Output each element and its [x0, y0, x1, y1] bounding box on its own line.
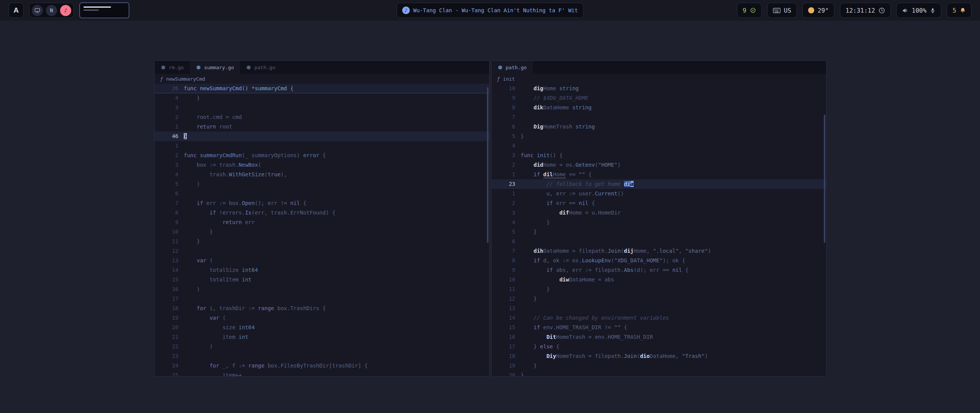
line-text: DigHomeTrash string [515, 122, 595, 132]
code-line[interactable]: 17 [155, 294, 489, 304]
code-line[interactable]: 8 if d, ok := os.LookupEnv("XDG_DATA_HOM… [492, 256, 826, 265]
workspace-3-active[interactable]: ♪ [60, 5, 71, 16]
breadcrumb-symbol: init [503, 76, 515, 82]
code-line[interactable]: 8 dikDataHome string [492, 103, 826, 112]
sun-icon [808, 7, 814, 13]
line-number: 20 [155, 323, 178, 332]
clock-chip[interactable]: 12:31:12 [840, 3, 891, 18]
code-line[interactable]: 21 item int [155, 332, 489, 342]
weather-chip[interactable]: 29° [802, 3, 835, 18]
launcher-button[interactable]: A [8, 3, 24, 18]
code-line[interactable]: 13 [492, 304, 826, 313]
line-number: 9 [155, 218, 178, 227]
code-line[interactable]: 23 [155, 351, 489, 361]
code-line[interactable]: 8 if !errors.Is(err, trash.ErrNotFound) … [155, 208, 489, 218]
code-line[interactable]: 2 if err == nil { [492, 198, 826, 208]
tab-rm.go[interactable]: rm.go [155, 61, 190, 74]
scrollbar-left[interactable] [487, 87, 488, 243]
line-number: 10 [155, 227, 178, 237]
code-line[interactable]: 22 ) [155, 342, 489, 351]
code-line[interactable]: 4 [492, 141, 826, 151]
tab-path.go[interactable]: path.go [240, 61, 281, 74]
code-line[interactable]: 13 var ( [155, 256, 489, 265]
code-line[interactable]: 17 } else { [492, 342, 826, 351]
code-line[interactable]: 23 // fallback to get home dia [492, 179, 826, 189]
code-line[interactable]: 9 return err [155, 218, 489, 227]
code-line[interactable]: 6 [492, 237, 826, 246]
line-number: 1 [155, 141, 178, 151]
code-line[interactable]: 18 for i, trashDir := range box.TrashDir… [155, 304, 489, 313]
code-line[interactable]: 46} [155, 132, 489, 141]
updates-indicator[interactable]: 9 [737, 3, 762, 18]
code-line[interactable]: 10 diwDataHome = abs [492, 275, 826, 285]
volume-chip[interactable]: 100% [896, 3, 942, 18]
code-line[interactable]: 1 u, err := user.Current() [492, 189, 826, 198]
notifications-chip[interactable]: 5 [947, 3, 972, 18]
code-line[interactable]: 6 [155, 189, 489, 198]
code-line[interactable]: 10 digHome string [492, 84, 826, 93]
code-line[interactable]: 14 totalSize int64 [155, 265, 489, 275]
code-line[interactable]: 2func summaryCmdRun(_ summaryOptions) er… [155, 151, 489, 160]
code-line[interactable]: 5 ) [155, 179, 489, 189]
code-line[interactable]: 19 var ( [155, 313, 489, 323]
line-text: digHome string [515, 84, 579, 93]
context-line[interactable]: 26func newSummaryCmd() *summaryCmd { [155, 84, 489, 93]
code-line[interactable]: 20 size int64 [155, 323, 489, 332]
code-area-right[interactable]: 10 digHome string9 // $XDG_DATA_HOME8 di… [492, 84, 826, 376]
code-line[interactable]: 4 trash.WithGetSize(true), [155, 170, 489, 179]
code-line[interactable]: 15 totalItem int [155, 275, 489, 285]
scrollbar-right[interactable] [824, 115, 825, 243]
code-line[interactable]: 5} [492, 132, 826, 141]
code-line[interactable]: 3func init() { [492, 151, 826, 160]
code-line[interactable]: 1 if dilHome == "" { [492, 170, 826, 179]
code-line[interactable]: 7 [492, 112, 826, 122]
code-line[interactable]: 10 } [155, 227, 489, 237]
code-line[interactable]: 1 return root [155, 122, 489, 132]
code-area-left[interactable]: 26func newSummaryCmd() *summaryCmd {4 }3… [155, 84, 489, 376]
line-text: // $XDG_DATA_HOME [515, 93, 588, 103]
line-text: } else { [515, 342, 559, 351]
tab-summary.go[interactable]: summary.go [190, 61, 240, 74]
window-preview[interactable] [79, 2, 129, 18]
workspace-2[interactable]: N [46, 5, 57, 16]
code-line[interactable]: 14 // Can be changed by environment vari… [492, 313, 826, 323]
code-line[interactable]: 2 didHome = os.Getenv("HOME") [492, 160, 826, 170]
code-line[interactable]: 16 DitHomeTrash = env.HOME_TRASH_DIR [492, 332, 826, 342]
code-line[interactable]: 12 } [492, 294, 826, 304]
code-line[interactable]: 2 root.cmd = cmd [155, 112, 489, 122]
code-line[interactable]: 18 DiyHomeTrash = filepath.Join(dioDataH… [492, 351, 826, 361]
code-line[interactable]: 15 if env.HOME_TRASH_DIR != "" { [492, 323, 826, 332]
code-line[interactable]: 4 } [155, 93, 489, 103]
code-line[interactable]: 4 } [492, 218, 826, 227]
code-line[interactable]: 24 for _, f := range box.FilesByTrashDir… [155, 361, 489, 371]
code-line[interactable]: 20} [492, 371, 826, 376]
keyboard-layout-chip[interactable]: US [767, 3, 797, 18]
workspace-1[interactable] [32, 5, 43, 16]
line-text: DitHomeTrash = env.HOME_TRASH_DIR [515, 332, 653, 342]
code-line[interactable]: 3 [155, 103, 489, 112]
code-line[interactable]: 11 } [492, 285, 826, 294]
code-line[interactable]: 3 box := trash.NewBox( [155, 160, 489, 170]
code-line[interactable]: 19 } [492, 361, 826, 371]
code-line[interactable]: 25 item++ [155, 371, 489, 376]
code-line[interactable]: 9 // $XDG_DATA_HOME [492, 93, 826, 103]
editor-pane-left: rm.gosummary.gopath.go ƒ newSummaryCmd 2… [154, 60, 490, 377]
line-text: trash.WithGetSize(true), [178, 170, 287, 179]
code-line[interactable]: 16 ) [155, 285, 489, 294]
clock-text: 12:31:12 [846, 7, 875, 14]
code-line[interactable]: 12 [155, 246, 489, 256]
code-line[interactable]: 7 dihDataHome = filepath.Join(dijHome, "… [492, 246, 826, 256]
code-line[interactable]: 5 } [492, 227, 826, 237]
tab-path.go[interactable]: path.go [492, 61, 533, 74]
code-line[interactable]: 7 if err := box.Open(); err != nil { [155, 198, 489, 208]
media-title-chip[interactable]: ♪ Wu-Tang Clan - Wu-Tang Clan Ain't Nuth… [397, 3, 584, 18]
code-line[interactable]: 9 if abs, err := filepath.Abs(d); err ==… [492, 265, 826, 275]
line-text: dikDataHome string [515, 103, 591, 112]
line-text: totalItem int [178, 275, 252, 285]
line-number: 2 [492, 198, 515, 208]
code-line[interactable]: 3 difHome = u.HomeDir [492, 208, 826, 218]
line-text [178, 351, 184, 361]
code-line[interactable]: 6 DigHomeTrash string [492, 122, 826, 132]
code-line[interactable]: 11 } [155, 237, 489, 246]
code-line[interactable]: 1 [155, 141, 489, 151]
